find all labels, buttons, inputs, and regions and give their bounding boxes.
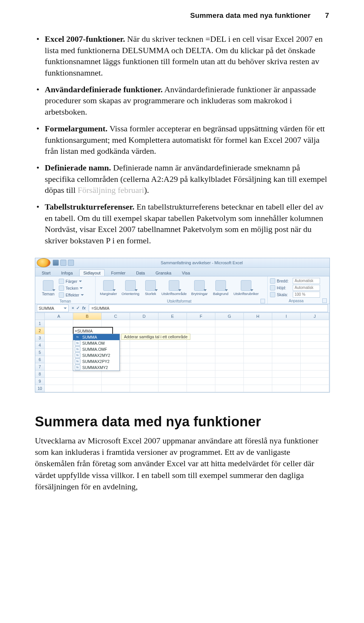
section-body: Utvecklarna av Microsoft Excel 2007 uppm…	[35, 435, 329, 493]
column-header[interactable]: F	[187, 313, 215, 320]
teman-button[interactable]: Teman	[38, 278, 59, 298]
column-header[interactable]: J	[301, 313, 329, 320]
row-header[interactable]: 8	[35, 371, 45, 378]
function-icon: fx	[75, 334, 80, 340]
tab-granska[interactable]: Granska	[151, 269, 176, 276]
autocomplete-item[interactable]: fxSUMMAX2MY2	[73, 352, 119, 358]
function-icon: fx	[75, 340, 80, 346]
excel-titlebar: Sammanfattning avvikelser - Microsoft Ex…	[35, 258, 329, 268]
list-item: Tabellstrukturreferenser. En tabellstruk…	[35, 201, 329, 246]
hojd-row: Höjd:Automatisk	[270, 285, 327, 291]
tab-visa[interactable]: Visa	[178, 269, 194, 276]
margins-icon	[103, 280, 114, 291]
tab-infoga[interactable]: Infoga	[57, 269, 77, 276]
window-title: Sammanfattning avvikelser - Microsoft Ex…	[74, 260, 329, 265]
redo-icon[interactable]	[68, 260, 74, 266]
hojd-select[interactable]: Automatisk	[293, 285, 320, 291]
column-header[interactable]: E	[158, 313, 187, 320]
ribbon-group-utskriftsformat: Marginaler Orientering Storlek Utskrifts…	[96, 276, 268, 304]
fonts-icon	[59, 285, 64, 291]
autocomplete-item[interactable]: fxSUMMA	[73, 334, 119, 340]
tab-data[interactable]: Data	[132, 269, 149, 276]
row-header[interactable]: 6	[35, 356, 45, 363]
column-header[interactable]: A	[45, 313, 73, 320]
utskriftsrubriker-button[interactable]: Utskriftsrubriker	[231, 278, 261, 298]
formula-bar-icons: × ✓ fx	[69, 306, 89, 311]
row-header[interactable]: 9	[35, 378, 45, 385]
tab-sidlayout[interactable]: Sidlayout	[79, 269, 105, 276]
group-label: Utskriftsformat	[98, 298, 260, 303]
column-header[interactable]: I	[272, 313, 301, 320]
fx-icon[interactable]: fx	[82, 306, 86, 311]
column-header[interactable]: B	[73, 313, 102, 320]
autocomplete-item[interactable]: fxSUMMAXMY2	[73, 364, 119, 371]
formula-autocomplete-list: fxSUMMA fxSUMMA.OM fxSUMMA.OMF fxSUMMAX2…	[73, 334, 120, 371]
print-titles-icon	[241, 280, 251, 291]
column-header[interactable]: D	[130, 313, 158, 320]
bullet-text: ).	[144, 185, 149, 195]
save-icon[interactable]	[53, 260, 59, 266]
select-all-corner[interactable]	[35, 313, 45, 320]
column-header[interactable]: C	[102, 313, 130, 320]
bakgrund-button[interactable]: Bakgrund	[211, 278, 231, 298]
row-header[interactable]: 10	[35, 385, 45, 392]
utskriftsomrade-button[interactable]: Utskriftsområde	[160, 278, 188, 298]
bredd-select[interactable]: Automatisk	[293, 278, 320, 284]
group-label: Anpassa	[270, 298, 322, 303]
row-header[interactable]: 1	[35, 320, 45, 327]
quick-access-toolbar	[53, 260, 74, 266]
autocomplete-tooltip: Adderar samtliga tal i ett cellområde	[121, 334, 190, 340]
autocomplete-item[interactable]: fxSUMMAX2PY2	[73, 358, 119, 364]
colors-icon	[59, 279, 64, 284]
teman-button-label: Teman	[42, 292, 54, 296]
skala-row: Skala:100 %	[270, 292, 327, 298]
tecken-button[interactable]: Tecken	[59, 285, 84, 291]
bullet-list: Excel 2007-funktioner. När du skriver te…	[35, 33, 329, 246]
section-heading: Summera data med nya funktioner	[35, 414, 329, 430]
name-box[interactable]: SUMMA	[37, 304, 69, 312]
marginaler-button[interactable]: Marginaler	[98, 278, 119, 298]
height-icon	[270, 285, 275, 290]
autocomplete-item[interactable]: fxSUMMA.OMF	[73, 346, 119, 352]
row-headers: 1 2 3 4 5 6 7 8 9 10	[35, 320, 45, 392]
cells-area[interactable]: =SUMMA fxSUMMA fxSUMMA.OM fxSUMMA.OMF fx…	[45, 320, 329, 392]
background-icon	[215, 280, 226, 291]
farger-button[interactable]: Färger	[59, 278, 84, 284]
orientation-icon	[125, 280, 136, 291]
excel-screenshot: Sammanfattning avvikelser - Microsoft Ex…	[35, 258, 330, 393]
chevron-down-icon	[80, 287, 83, 290]
brytningar-button[interactable]: Brytningar	[189, 278, 210, 298]
scale-icon	[270, 292, 275, 297]
column-header[interactable]: H	[244, 313, 272, 320]
formula-input[interactable]: =SUMMA	[89, 304, 328, 312]
group-label: Teman	[38, 298, 93, 303]
office-button[interactable]	[37, 258, 50, 267]
width-icon	[270, 278, 275, 284]
skala-stepper[interactable]: 100 %	[293, 292, 320, 298]
cancel-icon[interactable]: ×	[72, 306, 74, 311]
effekter-button[interactable]: Effekter	[59, 292, 84, 298]
function-icon: fx	[75, 358, 80, 364]
row-header[interactable]: 5	[35, 349, 45, 356]
row-header[interactable]: 2	[35, 327, 45, 334]
orientering-button[interactable]: Orientering	[120, 278, 141, 298]
tab-start[interactable]: Start	[38, 269, 55, 276]
row-header[interactable]: 3	[35, 334, 45, 342]
storlek-button[interactable]: Storlek	[142, 278, 159, 298]
column-header[interactable]: G	[215, 313, 244, 320]
column-headers: A B C D E F G H I J	[35, 313, 329, 320]
ribbon-tabs: Start Infoga Sidlayout Formler Data Gran…	[35, 268, 329, 276]
row-header[interactable]: 4	[35, 342, 45, 349]
undo-icon[interactable]	[60, 260, 66, 266]
row-header[interactable]: 7	[35, 363, 45, 371]
bullet-lead: Excel 2007-funktioner.	[45, 34, 125, 44]
ribbon-group-anpassa: Bredd:Automatisk Höjd:Automatisk Skala:1…	[268, 276, 329, 304]
bullet-lead: Användardefinierade funktioner.	[45, 85, 163, 94]
enter-icon[interactable]: ✓	[76, 306, 80, 311]
dialog-launcher-icon[interactable]	[260, 299, 265, 303]
autocomplete-item[interactable]: fxSUMMA.OM	[73, 340, 119, 346]
list-item: Formelargument. Vissa formler accepterar…	[35, 123, 329, 157]
dialog-launcher-icon[interactable]	[322, 298, 327, 303]
chevron-down-icon	[64, 307, 67, 310]
tab-formler[interactable]: Formler	[107, 269, 130, 276]
